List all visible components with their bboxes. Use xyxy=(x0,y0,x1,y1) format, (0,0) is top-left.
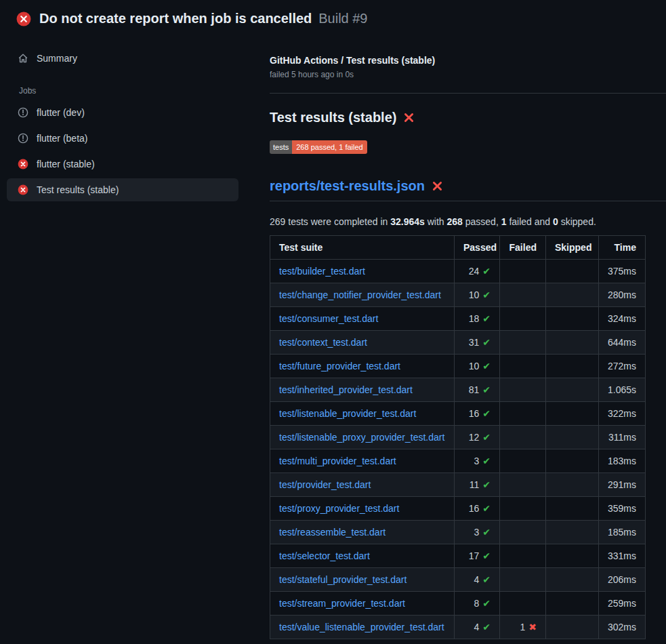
sidebar-item-test-results-stable[interactable]: Test results (stable) xyxy=(7,178,238,201)
test-results-table: Test suite Passed Failed Skipped Time te… xyxy=(270,235,646,639)
test-suite-link[interactable]: test/value_listenable_provider_test.dart xyxy=(279,622,444,632)
col-header-failed: Failed xyxy=(500,236,546,260)
report-file-link[interactable]: reports/test-results.json xyxy=(270,178,425,194)
test-suite-link[interactable]: test/future_provider_test.dart xyxy=(279,361,400,371)
test-suite-link[interactable]: test/inherited_provider_test.dart xyxy=(279,384,413,395)
passed-cell: 16✔ xyxy=(455,402,500,426)
passed-cell: 4✔ xyxy=(455,616,500,639)
skipped-cell xyxy=(546,355,599,378)
time-cell: 280ms xyxy=(599,283,646,307)
test-suite-link[interactable]: test/stream_provider_test.dart xyxy=(279,598,405,609)
summary-failed-count: 1 xyxy=(501,216,507,227)
passed-cell: 3✔ xyxy=(455,521,500,544)
sidebar: Summary Jobs flutter (dev) flut xyxy=(0,33,263,204)
time-cell: 375ms xyxy=(599,260,646,283)
summary-line: 269 tests were completed in 32.964s with… xyxy=(270,216,666,227)
sidebar-item-label: Test results (stable) xyxy=(37,184,119,195)
test-suite-cell: test/future_provider_test.dart xyxy=(270,355,455,378)
time-cell: 311ms xyxy=(599,426,646,449)
time-cell: 185ms xyxy=(599,521,646,544)
time-cell: 183ms xyxy=(599,449,646,473)
count: 31 xyxy=(469,337,480,348)
alert-circle-icon xyxy=(18,107,28,118)
pass-check-icon: ✔ xyxy=(482,503,491,514)
count: 12 xyxy=(469,432,480,443)
jobs-heading: Jobs xyxy=(7,73,238,101)
test-suite-link[interactable]: test/change_notifier_provider_test.dart xyxy=(279,289,441,300)
sidebar-item-summary[interactable]: Summary xyxy=(7,47,238,70)
table-row: test/value_listenable_provider_test.dart… xyxy=(270,616,646,639)
test-suite-link[interactable]: test/stateful_provider_test.dart xyxy=(279,574,407,585)
home-icon xyxy=(18,53,28,64)
test-suite-link[interactable]: test/context_test.dart xyxy=(279,337,367,348)
test-suite-link[interactable]: test/consumer_test.dart xyxy=(279,313,378,324)
summary-text: 269 tests were completed in xyxy=(270,216,390,227)
count: 81 xyxy=(469,384,480,395)
summary-text: passed, xyxy=(463,216,501,227)
passed-cell: 3✔ xyxy=(455,449,500,473)
pass-check-icon: ✔ xyxy=(482,337,491,348)
count: 4 xyxy=(474,622,479,632)
count: 18 xyxy=(469,313,480,324)
table-row: test/provider_test.dart11✔291ms xyxy=(270,473,646,497)
fail-x-icon: ✖ xyxy=(528,622,537,632)
summary-text: with xyxy=(425,216,447,227)
failed-cell xyxy=(500,283,546,307)
run-meta: failed 5 hours ago in 0s xyxy=(270,70,666,79)
failed-cell xyxy=(500,378,546,402)
pass-check-icon: ✔ xyxy=(482,574,491,585)
badge-label: tests xyxy=(270,140,292,154)
table-row: test/context_test.dart31✔644ms xyxy=(270,331,646,355)
count: 16 xyxy=(469,503,480,514)
count: 4 xyxy=(474,574,479,585)
time-cell: 291ms xyxy=(599,473,646,497)
test-suite-link[interactable]: test/builder_test.dart xyxy=(279,266,365,277)
test-suite-cell: test/selector_test.dart xyxy=(270,544,455,568)
summary-text: failed and xyxy=(507,216,554,227)
skipped-cell xyxy=(546,497,599,521)
sidebar-item-label: flutter (stable) xyxy=(37,159,95,169)
pass-check-icon: ✔ xyxy=(482,456,491,466)
skipped-cell xyxy=(546,449,599,473)
col-header-test-suite: Test suite xyxy=(270,236,455,260)
test-suite-link[interactable]: test/reassemble_test.dart xyxy=(279,527,386,538)
sidebar-item-flutter-stable[interactable]: flutter (stable) xyxy=(7,153,238,176)
col-header-passed: Passed xyxy=(455,236,500,260)
page-title: Do not create report when job is cancell… xyxy=(39,11,312,26)
count: 3 xyxy=(474,456,479,466)
table-row: test/inherited_provider_test.dart81✔1.06… xyxy=(270,378,646,402)
skipped-cell xyxy=(546,331,599,355)
test-suite-link[interactable]: test/listenable_provider_test.dart xyxy=(279,408,416,419)
count: 10 xyxy=(469,289,480,300)
col-header-time: Time xyxy=(599,236,646,260)
summary-passed-count: 268 xyxy=(447,216,463,227)
sidebar-item-flutter-dev[interactable]: flutter (dev) xyxy=(7,101,238,124)
test-suite-link[interactable]: test/proxy_provider_test.dart xyxy=(279,503,399,514)
table-row: test/multi_provider_test.dart3✔183ms xyxy=(270,449,646,473)
sidebar-item-flutter-beta[interactable]: flutter (beta) xyxy=(7,127,238,150)
table-row: test/future_provider_test.dart10✔272ms xyxy=(270,355,646,378)
count: 1 xyxy=(520,622,525,632)
test-suite-link[interactable]: test/selector_test.dart xyxy=(279,550,370,561)
test-suite-link[interactable]: test/provider_test.dart xyxy=(279,479,371,490)
x-circle-fail-icon xyxy=(18,159,28,169)
passed-cell: 24✔ xyxy=(455,260,500,283)
test-suite-cell: test/stream_provider_test.dart xyxy=(270,592,455,616)
time-cell: 1.065s xyxy=(599,378,646,402)
test-suite-cell: test/value_listenable_provider_test.dart xyxy=(270,616,455,639)
table-row: test/builder_test.dart24✔375ms xyxy=(270,260,646,283)
test-suite-cell: test/inherited_provider_test.dart xyxy=(270,378,455,402)
pass-check-icon: ✔ xyxy=(482,408,491,419)
test-suite-link[interactable]: test/multi_provider_test.dart xyxy=(279,456,396,466)
test-suite-link[interactable]: test/listenable_proxy_provider_test.dart xyxy=(279,432,444,443)
time-cell: 272ms xyxy=(599,355,646,378)
passed-cell: 11✔ xyxy=(455,473,500,497)
time-cell: 322ms xyxy=(599,402,646,426)
pass-check-icon: ✔ xyxy=(482,313,491,324)
failed-cell xyxy=(500,592,546,616)
table-row: test/selector_test.dart17✔331ms xyxy=(270,544,646,568)
sidebar-item-label: flutter (beta) xyxy=(37,133,87,144)
build-number: Build #9 xyxy=(318,11,367,26)
time-cell: 302ms xyxy=(599,616,646,639)
table-row: test/stream_provider_test.dart8✔259ms xyxy=(270,592,646,616)
